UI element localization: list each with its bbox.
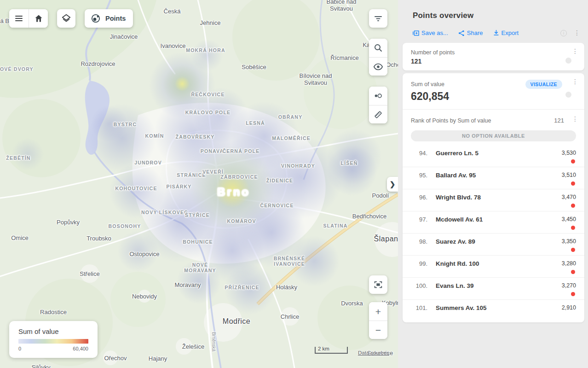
layers-button[interactable] [57,9,75,28]
eye-icon [373,62,383,72]
filter-icon [374,14,383,23]
rank-point-name: Ballard Av. 95 [436,172,476,179]
export-label: Export [502,29,519,36]
legend-gradient-bar [18,339,88,344]
home-button[interactable] [29,9,48,28]
rank-number: 100. [412,282,427,289]
point-color-dot [571,226,575,230]
point-style-button[interactable] [369,87,387,105]
filter-button[interactable] [369,9,387,28]
hamburger-icon [14,14,23,23]
map-canvas[interactable]: á BíČeskáJehniceJinačoviceIvanoviceMOKRÁ… [0,0,398,368]
panel-kebab-menu[interactable] [573,31,581,35]
widget-label: Sum of value [411,81,444,88]
rank-point-value: 3,470 [562,194,576,201]
rank-point-name: Suarez Av. 89 [436,238,475,245]
rank-point-name: Mcdowell Av. 61 [436,216,483,223]
rank-point-value: 3,510 [562,172,576,179]
dots-style-icon [373,91,383,101]
rank-point-value: 3,280 [562,260,576,267]
side-panel: Points overview Save as... Share [398,0,588,368]
rank-list-item[interactable]: 95. Ballard Av. 95 3,510 [403,167,584,189]
zoom-out-button[interactable]: − [369,321,387,339]
menu-home-group [9,9,48,28]
rank-number: 101. [412,304,427,311]
rank-point-value: 3,450 [562,216,576,223]
visualize-badge[interactable]: VISUALIZE [525,80,562,89]
rank-number: 97. [412,216,427,223]
zoom-group: + − [369,302,387,339]
widget-drag-handle[interactable] [565,92,571,98]
rank-number: 94. [412,150,427,157]
widget-kebab-menu[interactable] [571,117,579,121]
legend-title: Sum of value [18,327,88,335]
point-color-dot [571,181,575,186]
share-label: Share [467,29,483,36]
number-of-points-widget: Number of points 121 [403,43,584,70]
zoom-to-extent-button[interactable] [369,275,387,294]
export-button[interactable]: Export [493,29,519,36]
save-as-icon [413,30,419,36]
basemap-graphics [0,0,398,368]
widget-kebab-menu[interactable] [571,49,579,53]
points-layer-label: Points [105,15,126,22]
rank-number: 99. [412,260,427,267]
info-icon[interactable]: i [560,30,567,36]
menu-button[interactable] [9,9,29,28]
chevron-right-icon: ❯ [390,180,396,188]
legend-card: Sum of value 0 60,400 [9,321,98,358]
rank-list-item[interactable]: 101. Summers Av. 105 2,910 [403,299,584,318]
rank-list-item[interactable]: 99. Knight Rd. 100 3,280 [403,255,584,277]
point-color-dot [571,159,575,164]
rank-list-item[interactable]: 100. Evans Ln. 39 3,270 [403,277,584,299]
rank-number: 95. [412,172,427,179]
point-color-dot [571,270,575,274]
scale-bar: 2 km [315,347,348,354]
rank-number: 96. [412,194,427,201]
share-icon [458,30,465,36]
point-color-dot [571,248,575,252]
expand-panel-button[interactable]: ❯ [387,177,398,192]
visibility-button[interactable] [369,57,387,76]
widget-drag-handle[interactable] [565,58,571,64]
rank-widget-label: Rank of Points by Sum of value [411,117,491,124]
legend-max: 60,400 [73,346,88,351]
share-button[interactable]: Share [458,29,483,36]
search-visibility-group [369,39,387,76]
no-option-banner: NO OPTION AVAILABLE [411,130,576,141]
save-as-button[interactable]: Save as... [413,29,448,36]
widget-label: Number of points [411,49,576,56]
rank-list-item[interactable]: 96. Wright Blvd. 78 3,470 [403,189,584,211]
sum-of-value-widget: Sum of value VISUALIZE 620,854 Rank of P… [403,73,584,322]
search-icon [374,43,383,53]
rank-list: 94. Guerrero Ln. 5 3,530 95. Ballard Av.… [403,145,584,318]
rank-point-name: Wright Blvd. 78 [436,194,481,201]
export-download-icon [493,30,499,36]
rank-number: 98. [412,238,427,245]
rank-count: 121 [554,117,564,124]
rank-list-item[interactable]: 97. Mcdowell Av. 61 3,450 [403,211,584,233]
point-color-dot [571,292,575,296]
point-color-dot [571,204,575,208]
plus-icon: + [375,307,381,316]
measure-button[interactable] [369,105,387,123]
widget-kebab-menu[interactable] [571,80,579,83]
rank-point-value: 3,530 [562,150,576,157]
legend-min: 0 [18,346,21,351]
panel-title: Points overview [413,11,581,20]
frame-icon [373,280,383,290]
minus-icon: − [375,325,381,335]
layers-icon [61,13,71,23]
data-sources-link[interactable]: Data sources [358,350,389,356]
points-layer-button[interactable]: Points [85,9,133,28]
search-button[interactable] [369,39,387,57]
rank-list-item[interactable]: 94. Guerrero Ln. 5 3,530 [403,145,584,167]
widget-value: 620,854 [411,90,576,103]
widget-value: 121 [411,58,576,65]
rank-list-item[interactable]: 98. Suarez Av. 89 3,350 [403,233,584,255]
scale-label: 2 km [318,346,329,351]
rank-point-value: 3,350 [562,238,576,245]
zoom-in-button[interactable]: + [369,302,387,321]
rank-point-value: 2,910 [562,304,576,311]
home-icon [34,14,43,23]
